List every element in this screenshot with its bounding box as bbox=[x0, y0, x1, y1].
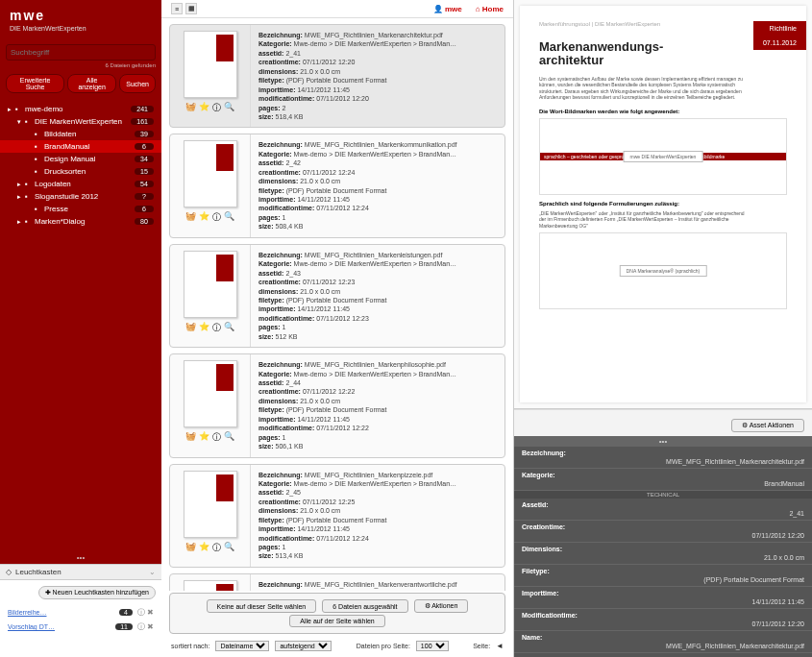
result-meta: Bezeichnung: MWE_MFG_Richtlinien_Markenp… bbox=[251, 465, 504, 567]
result-card[interactable]: 🧺 ⭐ ⓘ 🔍 Bezeichnung: MWE_MFG_Richtlinien… bbox=[169, 24, 505, 128]
thumbnail-image[interactable] bbox=[184, 140, 237, 207]
home-link[interactable]: Home bbox=[476, 5, 504, 13]
thumbnail-image[interactable] bbox=[184, 580, 237, 591]
thumbnail: 🧺 ⭐ ⓘ 🔍 bbox=[170, 354, 251, 456]
toggle-icon[interactable]: ▾ bbox=[17, 118, 25, 126]
sort-dir-select[interactable]: aufsteigend bbox=[275, 641, 332, 651]
thumbnail-image[interactable] bbox=[184, 31, 237, 98]
lightbox-link[interactable]: Vorschlag DT… bbox=[8, 623, 112, 630]
thumbnail-image[interactable] bbox=[184, 251, 237, 318]
detail-label: AssetId: bbox=[522, 501, 804, 508]
tree-label: Presse bbox=[44, 205, 135, 213]
tree-label: DIE MarkenWertExperten bbox=[35, 117, 131, 126]
tree-item[interactable]: ▸▪mwe-demo241 bbox=[0, 103, 161, 115]
info-icon[interactable]: ⓘ bbox=[137, 621, 145, 632]
tree-item[interactable]: ▾▪DIE MarkenWertExperten161 bbox=[0, 115, 161, 128]
detail-row: Pages:2 bbox=[514, 653, 812, 657]
delete-icon[interactable]: ✖ bbox=[147, 608, 154, 617]
detail-row: Bezeichnung:MWE_MFG_Richtlinien_Markenar… bbox=[514, 447, 812, 469]
tree-label: Bilddaten bbox=[44, 130, 135, 138]
tree-item[interactable]: ▪Bilddaten39 bbox=[0, 128, 161, 140]
per-page-select[interactable]: 100 bbox=[416, 641, 449, 651]
tree-item[interactable]: ▪Design Manual34 bbox=[0, 153, 161, 165]
info-icon[interactable]: ⓘ bbox=[137, 607, 145, 618]
star-icon[interactable]: ⭐ bbox=[199, 102, 209, 114]
top-bar: ≡ ▦ mwe Home bbox=[161, 0, 513, 18]
thumbnail-image[interactable] bbox=[184, 360, 237, 427]
tree-item[interactable]: ▸▪Sloganstudie 2012? bbox=[0, 190, 161, 203]
detail-row: Filetype:(PDF) Portable Document Format bbox=[514, 565, 812, 587]
show-all-button[interactable]: Alle anzeigen bbox=[67, 74, 116, 93]
zoom-icon[interactable]: 🔍 bbox=[224, 542, 234, 554]
basket-icon[interactable]: 🧺 bbox=[185, 431, 196, 444]
toggle-icon[interactable]: ▸ bbox=[17, 193, 25, 201]
collapse-icon[interactable]: ⌄ bbox=[149, 568, 156, 576]
star-icon[interactable]: ⭐ bbox=[199, 211, 209, 224]
result-card[interactable]: 🧺 ⭐ ⓘ 🔍 Bezeichnung: MWE_MFG_Richtlinien… bbox=[169, 353, 505, 457]
info-icon[interactable]: ⓘ bbox=[212, 542, 221, 554]
result-card[interactable]: 🧺 ⭐ ⓘ 🔍 Bezeichnung: MWE_MFG_Richtlinien… bbox=[169, 134, 505, 237]
logo-subtitle: DIE MarkenWertExperten bbox=[10, 25, 152, 32]
diagram-1: sprachlich – geschrieben oder gesprochen… bbox=[539, 118, 787, 195]
toggle-icon[interactable]: ▸ bbox=[17, 181, 25, 188]
tree-item[interactable]: ▸▪Marken*Dialog80 bbox=[0, 215, 161, 228]
advanced-search-button[interactable]: Erweiterte Suche bbox=[6, 74, 64, 93]
star-icon[interactable]: ⭐ bbox=[199, 322, 209, 334]
info-icon[interactable]: ⓘ bbox=[212, 322, 221, 334]
info-icon[interactable]: ⓘ bbox=[212, 211, 221, 224]
add-lightbox-button[interactable]: ✚ Neuen Leuchtkasten hinzufügen bbox=[38, 586, 156, 599]
zoom-icon[interactable]: 🔍 bbox=[224, 102, 234, 114]
zoom-icon[interactable]: 🔍 bbox=[224, 431, 234, 444]
tree-item[interactable]: ▪Drucksorten15 bbox=[0, 165, 161, 178]
sort-field-select[interactable]: Dateiname bbox=[215, 641, 269, 651]
search-hint: 6 Dateien gefunden bbox=[6, 62, 156, 68]
tech-separator: TECHNICAL bbox=[514, 491, 812, 499]
search-button[interactable]: Suchen bbox=[119, 74, 156, 93]
tree-item[interactable]: ▸▪Logodaten54 bbox=[0, 178, 161, 190]
star-icon[interactable]: ⭐ bbox=[199, 431, 209, 444]
view-list-button[interactable]: ≡ bbox=[171, 3, 183, 14]
delete-icon[interactable]: ✖ bbox=[147, 622, 154, 631]
select-none-button[interactable]: Keine auf dieser Seite wählen bbox=[207, 599, 317, 613]
view-grid-button[interactable]: ▦ bbox=[185, 3, 197, 14]
center-panel: ≡ ▦ mwe Home 🧺 ⭐ ⓘ 🔍 Bezeichnung: MWE_MF… bbox=[161, 0, 514, 657]
toggle-icon[interactable]: ▸ bbox=[17, 218, 25, 226]
doc-intro: Um den systematischen Aufbau der Marke s… bbox=[539, 76, 749, 101]
tree-item[interactable]: ▪Presse6 bbox=[0, 203, 161, 215]
lightbox-header[interactable]: ◇ Leuchtkasten ⌄ bbox=[0, 564, 161, 580]
detail-label: Creationtime: bbox=[522, 523, 804, 530]
folder-icon: ▪ bbox=[25, 180, 35, 188]
basket-icon[interactable]: 🧺 bbox=[185, 211, 196, 224]
toggle-icon[interactable]: ▸ bbox=[8, 106, 15, 113]
result-card[interactable]: 🧺 ⭐ ⓘ 🔍 Bezeichnung: MWE_MFG_Richtlinien… bbox=[169, 464, 505, 568]
thumbnail-image[interactable] bbox=[184, 471, 237, 538]
result-meta: Bezeichnung: MWE_MFG_Richtlinien_Markenp… bbox=[251, 354, 504, 456]
tree-item[interactable]: ▪BrandManual6 bbox=[0, 140, 161, 153]
lightbox-link[interactable]: Bilderreihe… bbox=[8, 609, 116, 616]
basket-icon[interactable]: 🧺 bbox=[185, 322, 196, 334]
search-input[interactable] bbox=[6, 44, 156, 61]
count-badge: 6 bbox=[135, 143, 154, 150]
select-all-button[interactable]: Alle auf der Seite wählen bbox=[289, 615, 384, 627]
lightbox-icon: ◇ bbox=[6, 568, 12, 576]
basket-icon[interactable]: 🧺 bbox=[185, 102, 196, 114]
actions-button[interactable]: Aktionen bbox=[414, 599, 469, 613]
detail-panel: ••• Bezeichnung:MWE_MFG_Richtlinien_Mark… bbox=[514, 436, 812, 657]
star-icon[interactable]: ⭐ bbox=[199, 542, 209, 554]
thumbnail: 🧺 ⭐ ⓘ 🔍 bbox=[170, 465, 251, 567]
result-card[interactable]: 🧺 ⭐ ⓘ 🔍 Bezeichnung: MWE_MFG_Richtlinien… bbox=[169, 244, 505, 348]
page-prev-icon[interactable]: ◄ bbox=[496, 642, 504, 650]
info-icon[interactable]: ⓘ bbox=[212, 431, 221, 444]
detail-row: Dimensions:21.0 x 0.0 cm bbox=[514, 543, 812, 565]
user-link[interactable]: mwe bbox=[433, 5, 462, 13]
asset-actions-button[interactable]: Asset Aktionen bbox=[731, 419, 804, 432]
result-card[interactable]: 🧺 ⭐ ⓘ 🔍 Bezeichnung: MWE_MFG_Richtlinien… bbox=[169, 573, 505, 591]
info-icon[interactable]: ⓘ bbox=[212, 102, 221, 114]
basket-icon[interactable]: 🧺 bbox=[185, 542, 196, 554]
zoom-icon[interactable]: 🔍 bbox=[224, 322, 234, 334]
doc-category: Markenführungstool | DIE MarkenWertExper… bbox=[539, 21, 787, 27]
zoom-icon[interactable]: 🔍 bbox=[224, 211, 234, 224]
detail-row: Name:MWE_MFG_Richtlinien_Markenarchitekt… bbox=[514, 631, 812, 653]
asset-actions-bar: Asset Aktionen bbox=[514, 409, 812, 436]
detail-label: Kategorie: bbox=[522, 472, 804, 478]
